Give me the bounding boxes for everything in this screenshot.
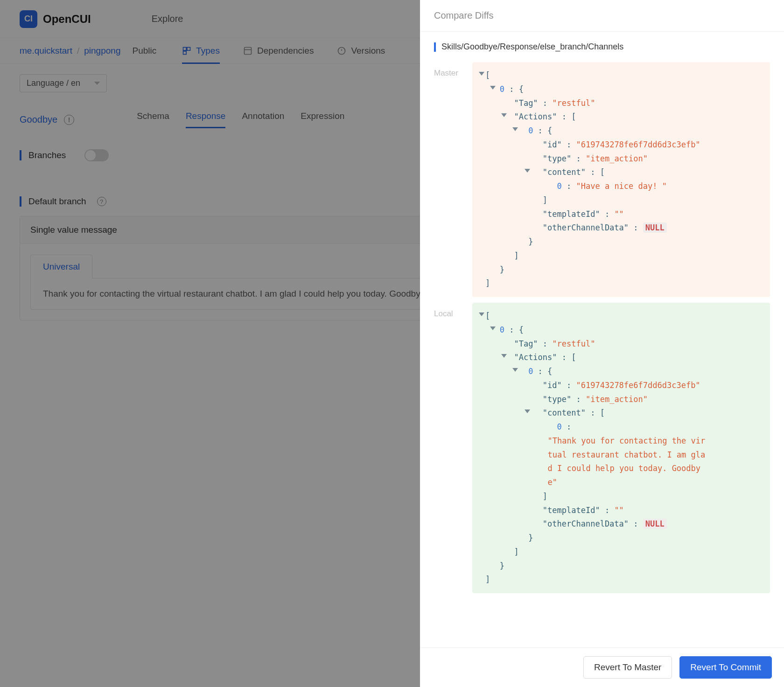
revert-to-commit-button[interactable]: Revert To Commit [679,656,772,679]
section-bar-icon [434,42,436,52]
diff-master-label: Master [434,62,464,297]
drawer-title: Compare Diffs [420,0,784,32]
diff-local-label: Local [434,303,464,593]
caret-icon[interactable] [501,354,507,358]
caret-icon[interactable] [479,312,484,316]
drawer-body: Skills/Goodbye/Response/else_branch/Chan… [420,32,784,647]
diff-local-json: [ 0 : { "Tag" : "restful" "Actions" : [ … [472,303,770,593]
caret-icon[interactable] [501,113,507,117]
revert-to-master-button[interactable]: Revert To Master [583,656,672,679]
diff-master-json: [ 0 : { "Tag" : "restful" "Actions" : [ … [472,62,770,297]
diff-path-text: Skills/Goodbye/Response/else_branch/Chan… [441,42,623,52]
caret-icon[interactable] [490,326,496,330]
caret-icon[interactable] [479,72,484,76]
drawer-footer: Revert To Master Revert To Commit [420,647,784,687]
caret-icon[interactable] [525,169,530,173]
caret-icon[interactable] [512,127,518,131]
diff-master-section: Master [ 0 : { "Tag" : "restful" "Action… [434,62,770,297]
caret-icon[interactable] [490,86,496,90]
diff-path: Skills/Goodbye/Response/else_branch/Chan… [434,42,770,52]
diff-local-section: Local [ 0 : { "Tag" : "restful" "Actions… [434,303,770,593]
caret-icon[interactable] [525,409,530,413]
caret-icon[interactable] [512,368,518,372]
diff-drawer: Compare Diffs Skills/Goodbye/Response/el… [420,0,784,687]
